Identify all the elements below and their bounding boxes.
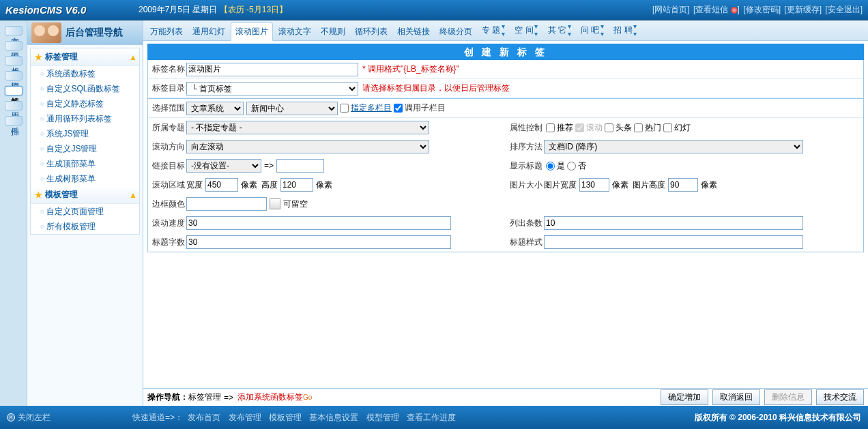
nav-item[interactable]: 系统JS管理	[31, 126, 139, 141]
input-scroll-speed[interactable]	[186, 216, 451, 230]
input-tag-name[interactable]	[186, 63, 358, 76]
side-tab-user[interactable]: 用户	[5, 101, 23, 110]
link-multi-column[interactable]: 指定多栏目	[351, 102, 392, 114]
chevron-down-icon: ▾▾	[502, 23, 505, 38]
quick-link[interactable]: 基本信息设置	[309, 413, 358, 422]
tab[interactable]: 相关链接	[393, 23, 434, 40]
tab-dropdown[interactable]: 招 聘▾▾	[609, 20, 641, 40]
chevron-down-icon: ▾▾	[568, 23, 571, 38]
radio-show-title-yes[interactable]	[546, 162, 555, 171]
confirm-add-button[interactable]: 确定增加	[661, 389, 708, 405]
nav-item[interactable]: 生成树形菜单	[31, 171, 139, 186]
select-topic[interactable]: - 不指定专题 -	[186, 121, 429, 134]
footer-bar: ✕ 关闭左栏 快速通道=>： 发布首页 发布管理 模板管理 基本信息设置 模型管…	[0, 406, 868, 429]
select-link-target[interactable]: -没有设置-	[186, 159, 261, 173]
label-topic: 所属专题	[148, 122, 186, 134]
close-left-panel[interactable]: ✕ 关闭左栏	[7, 412, 50, 424]
quick-link[interactable]: 发布管理	[229, 413, 261, 422]
tab[interactable]: 滚动文字	[274, 23, 315, 40]
select-sort-by[interactable]: 文档ID (降序)	[544, 140, 803, 153]
nav-section-tags[interactable]: ★ 标签管理 ▴	[31, 48, 139, 66]
nav-item[interactable]: 自定义JS管理	[31, 141, 139, 156]
nav-item[interactable]: 自定义静态标签	[31, 96, 139, 111]
select-module[interactable]: 文章系统	[186, 102, 244, 115]
tab[interactable]: 通用幻灯	[188, 23, 229, 40]
input-scroll-height[interactable]	[280, 178, 313, 192]
side-tab-content[interactable]: 内容	[5, 26, 23, 35]
form-title: 创 建 新 标 签	[147, 44, 864, 60]
input-img-width[interactable]	[579, 178, 609, 192]
nav-item[interactable]: 生成顶部菜单	[31, 156, 139, 171]
tab[interactable]: 不规则	[317, 23, 349, 40]
nav-column: 后台管理导航 ★ 标签管理 ▴ 系统函数标签 自定义SQL函数标签 自定义静态标…	[27, 20, 143, 406]
select-channel[interactable]: 新闻中心	[246, 102, 338, 115]
select-scroll-dir[interactable]: 向左滚动	[186, 140, 429, 153]
label-tag-dir: 标签目录	[148, 83, 186, 94]
link-home[interactable]: [网站首页]	[652, 5, 690, 14]
checkbox-recommend[interactable]	[546, 123, 555, 132]
checkbox-hot[interactable]	[634, 123, 643, 132]
breadcrumb-label: 操作导航：	[147, 391, 188, 403]
nav-item[interactable]: 通用循环列表标签	[31, 111, 139, 126]
quick-link[interactable]: 模型管理	[366, 413, 399, 422]
input-title-style[interactable]	[544, 235, 803, 249]
quick-link[interactable]: 模板管理	[269, 413, 302, 422]
mail-icon	[731, 7, 738, 14]
radio-show-title-no[interactable]	[567, 162, 576, 171]
input-link-target-value[interactable]	[276, 159, 324, 173]
nav-item[interactable]: 自定义页面管理	[31, 204, 139, 219]
cancel-back-button[interactable]: 取消返回	[712, 389, 760, 405]
tab[interactable]: 终级分页	[435, 23, 476, 40]
checkbox-headline[interactable]	[605, 123, 613, 132]
nav-item[interactable]: 自定义SQL函数标签	[31, 81, 139, 96]
checkbox-multi-column[interactable]	[340, 104, 349, 113]
link-inbox[interactable]: [查看短信 ]	[693, 5, 740, 14]
input-scroll-width[interactable]	[205, 178, 238, 192]
label-border-color: 边框颜色	[148, 198, 186, 210]
label-sort-by: 排序方法	[506, 141, 544, 153]
side-tab-plugins[interactable]: 插件	[5, 116, 23, 125]
date-text: 2009年7月5日 星期日	[139, 5, 217, 14]
quick-link[interactable]: 查看工作进度	[407, 413, 456, 422]
link-password[interactable]: [修改密码]	[743, 5, 781, 14]
tab-dropdown[interactable]: 问 吧▾▾	[577, 20, 608, 40]
tab[interactable]: 循环列表	[351, 23, 392, 40]
nav-section-templates[interactable]: ★ 模板管理 ▴	[31, 186, 139, 204]
input-border-color[interactable]	[186, 197, 267, 211]
label-link-target: 链接目标	[148, 160, 186, 172]
tech-exchange-button[interactable]: 技术交流	[816, 389, 864, 405]
input-list-count[interactable]	[544, 216, 803, 230]
link-logout[interactable]: [安全退出]	[825, 5, 863, 14]
label-title-style: 标题样式	[506, 237, 544, 248]
checkbox-slide[interactable]	[663, 123, 672, 132]
link-refresh-cache[interactable]: [更新缓存]	[784, 5, 822, 14]
side-tab-model[interactable]: 模型	[5, 71, 23, 80]
side-tab-related[interactable]: 相关	[5, 56, 23, 65]
top-header: KesionCMS V6.0 2009年7月5日 星期日 【农历 -5月13日】…	[0, 0, 868, 20]
side-tab-tags[interactable]: 标签	[5, 86, 23, 95]
side-tab-settings[interactable]: 设置	[5, 41, 23, 50]
tab-dropdown[interactable]: 空 间▾▾	[510, 20, 542, 40]
tab[interactable]: 万能列表	[146, 23, 187, 40]
label-range: 选择范围	[148, 102, 186, 114]
nav-item[interactable]: 系统函数标签	[31, 66, 139, 81]
nav-item[interactable]: 所有模板管理	[31, 219, 139, 234]
select-tag-dir[interactable]: └ 首页标签	[186, 82, 358, 95]
breadcrumb-action: 添加系统函数标签	[237, 391, 303, 403]
delete-info-button[interactable]: 删除信息	[764, 389, 812, 405]
label-img-size: 图片大小	[506, 179, 544, 191]
hint-tag-dir: 请选择标签归属目录，以便日后管理标签	[362, 83, 510, 94]
quick-link[interactable]: 发布首页	[188, 413, 220, 422]
top-links: [网站首页] [查看短信 ] [修改密码] [更新缓存] [安全退出]	[651, 4, 863, 16]
side-tab-rail: 内容 设置 相关 模型 标签 用户 插件	[0, 20, 27, 406]
close-icon: ✕	[7, 413, 15, 421]
input-img-height[interactable]	[668, 178, 698, 192]
label-attr-control: 属性控制	[506, 122, 544, 134]
input-title-chars[interactable]	[186, 235, 451, 249]
tab-dropdown[interactable]: 专 题▾▾	[478, 20, 509, 40]
chevron-down-icon: ▾▾	[601, 23, 604, 38]
checkbox-use-sub[interactable]	[394, 104, 403, 113]
color-picker-icon[interactable]	[270, 198, 280, 209]
tab-dropdown[interactable]: 其 它▾▾	[544, 20, 575, 40]
tab-active[interactable]: 滚动图片	[231, 23, 273, 41]
